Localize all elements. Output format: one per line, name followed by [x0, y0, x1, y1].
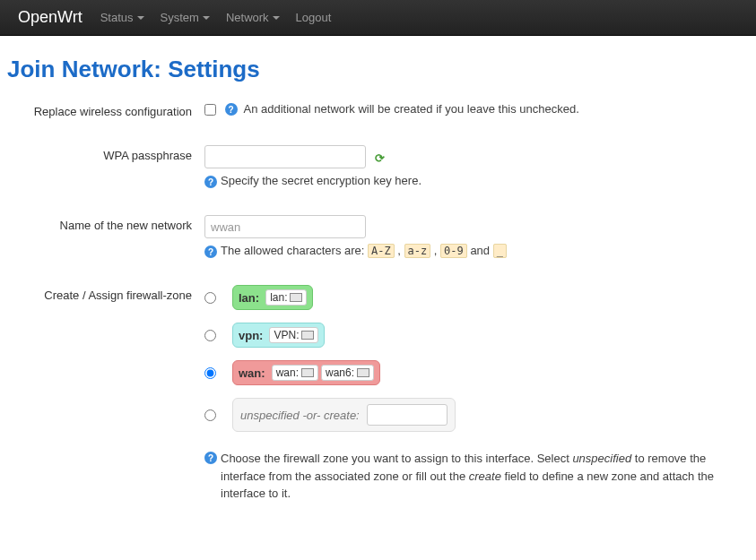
zone-badge-lan[interactable]: lan: lan: [232, 285, 313, 310]
ethernet-icon [290, 293, 302, 302]
zone-radio-vpn[interactable] [204, 330, 216, 341]
field-passphrase: WPA passphrase ? Specify the secret encr… [7, 145, 749, 188]
zone-row-vpn: vpn: VPN: [204, 323, 749, 348]
replace-hint: An additional network will be created if… [244, 102, 579, 116]
replace-checkbox[interactable] [204, 104, 216, 116]
iface-chip: wan6: [321, 365, 374, 381]
zone-description: ? Choose the firewall zone you want to a… [204, 450, 749, 503]
navbar: OpenWrt Status System Network Logout [0, 0, 756, 36]
caret-icon [273, 16, 280, 20]
help-icon[interactable]: ? [204, 176, 217, 188]
help-icon[interactable]: ? [204, 452, 217, 464]
caret-icon [137, 16, 144, 20]
netname-hint: The allowed characters are: A-Z , a-z , … [221, 244, 507, 257]
nav-logout[interactable]: Logout [296, 11, 332, 24]
zone-radio-lan[interactable] [204, 292, 216, 304]
zone-badge-vpn[interactable]: vpn: VPN: [232, 323, 325, 348]
nav-network[interactable]: Network [226, 11, 280, 24]
zone-row-unspec: unspecified -or- create: [204, 398, 749, 432]
brand[interactable]: OpenWrt [18, 8, 83, 27]
nav-status[interactable]: Status [100, 11, 144, 24]
ethernet-icon [301, 331, 314, 340]
zone-badge-wan[interactable]: wan: wan: wan6: [232, 360, 380, 385]
iface-chip: lan: [265, 289, 307, 306]
page-title: Join Network: Settings [7, 56, 749, 83]
help-icon[interactable]: ? [204, 246, 217, 258]
passphrase-input[interactable] [204, 145, 366, 168]
zone-unspec[interactable]: unspecified -or- create: [232, 398, 456, 432]
ethernet-icon [301, 368, 314, 377]
nav-system[interactable]: System [161, 11, 210, 24]
label-zone: Create / Assign firewall-zone [7, 285, 204, 503]
zone-radio-wan[interactable] [204, 367, 216, 379]
reveal-icon[interactable] [375, 151, 387, 164]
label-replace: Replace wireless configuration [7, 101, 204, 118]
iface-chip: wan: [272, 365, 318, 381]
label-netname: Name of the new network [7, 215, 204, 258]
zone-create-input[interactable] [367, 404, 448, 426]
netname-input[interactable] [204, 215, 366, 238]
help-icon[interactable]: ? [225, 103, 238, 116]
zone-row-lan: lan: lan: [204, 285, 749, 310]
caret-icon [203, 16, 210, 20]
zone-row-wan: wan: wan: wan6: [204, 360, 749, 385]
field-zone: Create / Assign firewall-zone lan: lan: … [7, 285, 749, 503]
zone-radio-unspec[interactable] [204, 409, 216, 421]
iface-chip: VPN: [269, 327, 318, 343]
field-netname: Name of the new network ? The allowed ch… [7, 215, 749, 258]
ethernet-icon [357, 368, 369, 377]
passphrase-hint: Specify the secret encryption key here. [221, 174, 421, 187]
label-passphrase: WPA passphrase [7, 145, 204, 188]
field-replace: Replace wireless configuration ? An addi… [7, 101, 749, 118]
